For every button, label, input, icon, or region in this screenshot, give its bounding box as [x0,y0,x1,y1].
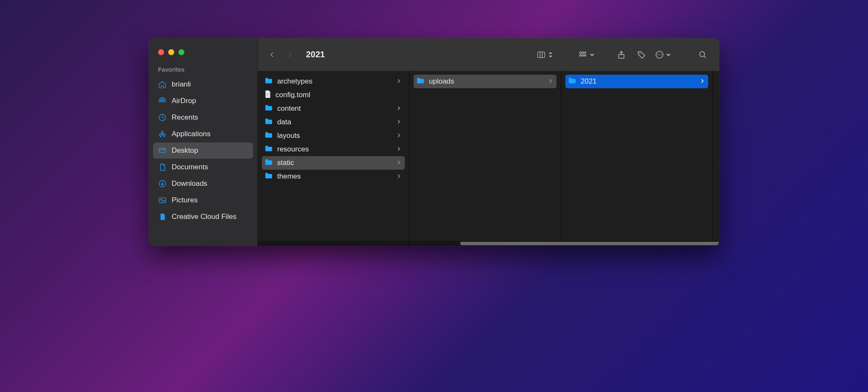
window-title: 2021 [306,50,325,59]
sidebar-item-pictures[interactable]: Pictures [153,192,253,208]
sidebar-item-airdrop[interactable]: AirDrop [153,93,253,109]
row-label: 2021 [581,77,597,86]
sidebar-item-label: brianli [172,80,191,89]
finder-window: Favorites brianliAirDropRecentsApplicati… [149,38,719,246]
row-label: archetypes [277,77,312,86]
sidebar-item-label: AirDrop [172,97,196,105]
folder-row-uploads[interactable]: uploads [414,75,556,88]
sidebar-section-label: Favorites [149,64,257,76]
row-label: themes [277,172,301,181]
back-button[interactable] [266,49,278,61]
group-by-button[interactable] [578,50,595,59]
clock-icon [158,113,167,122]
chevron-right-icon [397,77,401,86]
view-columns-button[interactable] [536,50,553,59]
column-0: archetypesconfig.tomlcontentdatalayoutsr… [258,71,409,246]
main-area: 2021 [258,38,719,246]
row-label: static [277,159,294,167]
chevron-right-icon [397,104,401,113]
folder-icon [264,145,273,154]
folder-row-layouts[interactable]: layouts [262,129,405,143]
forward-button[interactable] [284,49,296,61]
search-button[interactable] [696,48,710,61]
window-controls [149,47,257,64]
close-window-button[interactable] [158,49,164,55]
svg-point-21 [659,54,660,55]
sidebar-item-desktop[interactable]: Desktop [153,143,253,159]
svg-point-7 [161,199,162,200]
svg-point-22 [661,54,662,55]
chevron-right-icon [397,145,401,154]
folder-row-data[interactable]: data [262,115,405,129]
svg-rect-8 [538,52,545,57]
sidebar-item-brianli[interactable]: brianli [153,76,253,92]
chevron-right-icon [397,118,401,126]
sidebar-item-recents[interactable]: Recents [153,109,253,126]
airdrop-icon [158,97,167,105]
svg-rect-16 [584,55,586,56]
sidebar-item-label: Pictures [172,196,198,204]
toolbar: 2021 [258,38,719,71]
folder-row-static[interactable]: static [262,156,405,170]
svg-rect-26 [266,94,270,95]
more-actions-button[interactable] [655,50,671,59]
folder-row-2021[interactable]: 2021 [565,75,708,88]
share-button[interactable] [614,48,629,61]
pictures-icon [158,196,167,204]
sidebar-item-label: Documents [172,163,208,171]
svg-line-24 [704,56,706,57]
chevron-right-icon [397,132,401,140]
sidebar-item-label: Applications [172,130,211,138]
sidebar-item-applications[interactable]: Applications [153,126,253,142]
column-view: archetypesconfig.tomlcontentdatalayoutsr… [258,71,719,246]
folder-row-themes[interactable]: themes [262,170,405,183]
minimize-window-button[interactable] [168,49,174,55]
cloudfile-icon [158,213,167,221]
sidebar-item-label: Desktop [172,146,198,155]
row-label: config.toml [275,91,310,99]
document-icon [158,163,167,171]
desktop-icon [158,146,167,155]
row-label: data [277,118,291,126]
sidebar-item-downloads[interactable]: Downloads [153,176,253,192]
svg-rect-15 [582,55,584,56]
svg-point-0 [161,100,164,102]
folder-icon [264,118,273,127]
svg-point-20 [657,54,658,55]
folder-row-content[interactable]: content [262,102,405,115]
chevron-right-icon [397,172,401,181]
folder-icon [568,77,576,86]
file-icon [264,90,271,101]
tags-button[interactable] [634,48,649,61]
horizontal-scrollbar-track[interactable] [258,241,719,246]
svg-point-18 [640,53,640,53]
svg-rect-27 [266,95,269,95]
chevron-right-icon [549,77,552,86]
chevron-right-icon [397,159,401,167]
folder-icon [264,104,273,113]
sidebar-item-documents[interactable]: Documents [153,159,253,175]
row-label: content [277,104,301,113]
folder-icon [416,77,425,86]
svg-rect-12 [582,52,584,53]
row-label: uploads [429,77,454,86]
folder-icon [264,77,273,86]
row-label: layouts [277,132,300,140]
folder-row-resources[interactable]: resources [262,143,405,156]
home-icon [158,80,167,89]
folder-row-archetypes[interactable]: archetypes [262,75,405,88]
column-2: 2021 [561,71,713,246]
sidebar: Favorites brianliAirDropRecentsApplicati… [149,38,258,246]
sidebar-item-label: Downloads [172,179,207,188]
horizontal-scrollbar-thumb[interactable] [460,242,719,245]
download-icon [158,179,167,188]
svg-rect-13 [584,52,586,53]
sidebar-item-creative-cloud-files[interactable]: Creative Cloud Files [153,209,253,225]
zoom-window-button[interactable] [178,49,184,55]
chevron-right-icon [701,77,704,86]
row-label: resources [277,145,309,154]
sidebar-item-label: Creative Cloud Files [172,213,236,221]
file-row-config-toml[interactable]: config.toml [262,88,405,102]
apps-icon [158,130,167,138]
svg-point-23 [700,51,705,56]
